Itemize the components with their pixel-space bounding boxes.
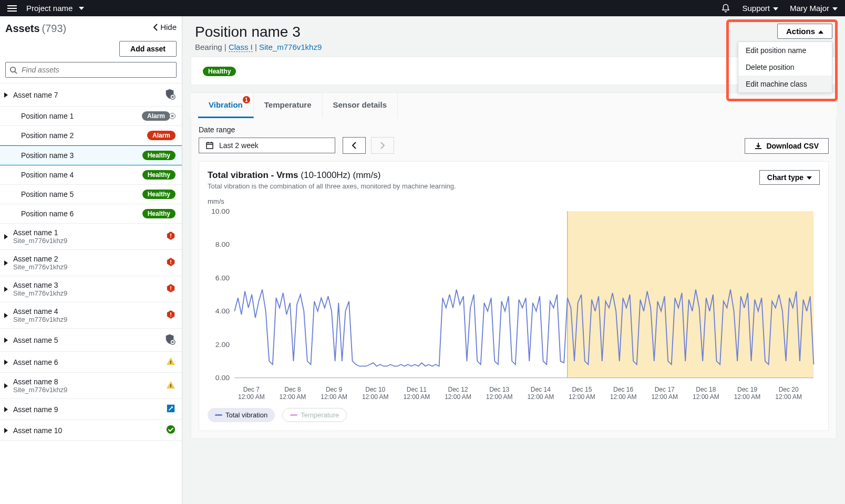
class-link[interactable]: Class I <box>229 43 253 52</box>
menu-icon[interactable] <box>7 5 17 12</box>
sidebar-asset-item[interactable]: Asset name 7 <box>0 83 182 107</box>
sidebar-position-item[interactable]: Position name 3Healthy <box>0 145 182 165</box>
svg-text:!: ! <box>170 233 172 239</box>
add-asset-button[interactable]: Add asset <box>119 41 177 57</box>
y-axis-unit: mm/s <box>208 197 820 205</box>
svg-text:6.00: 6.00 <box>215 274 230 282</box>
sidebar-asset-item[interactable]: Asset name 3Site_m776v1khz9! <box>0 276 182 302</box>
circ-green-icon <box>166 425 176 436</box>
sidebar-asset-item[interactable]: Asset name 10 <box>0 420 182 441</box>
chevron-left-icon <box>153 24 158 31</box>
expand-icon <box>4 407 8 412</box>
status-badge: Alarm <box>147 131 176 140</box>
hide-sidebar-button[interactable]: Hide <box>153 23 177 32</box>
hex-red-icon: ! <box>166 257 176 268</box>
hex-red-icon: ! <box>166 284 176 295</box>
status-badge: Healthy <box>142 151 176 160</box>
sidebar-asset-item[interactable]: Asset name 6! <box>0 352 182 373</box>
calendar-icon <box>205 141 214 150</box>
expand-icon <box>4 287 8 292</box>
sidebar-asset-item[interactable]: Asset name 4Site_m776v1khz9! <box>0 302 182 329</box>
expand-icon <box>4 338 8 343</box>
hex-red-icon: ! <box>166 231 176 242</box>
expand-icon <box>4 92 8 98</box>
status-badge: Alarm <box>142 111 170 121</box>
svg-text:!: ! <box>170 383 171 388</box>
sidebar-asset-item[interactable]: Asset name 1Site_m776v1khz9! <box>0 224 182 250</box>
svg-text:0.00: 0.00 <box>215 374 230 382</box>
sidebar-asset-item[interactable]: Asset name 2Site_m776v1khz9! <box>0 250 182 276</box>
shield-x-grey-icon <box>164 333 176 346</box>
tab-vibration[interactable]: Vibration 1 <box>198 93 254 118</box>
date-range-label: Date range <box>199 125 394 134</box>
action-delete-position[interactable]: Delete position <box>738 59 832 76</box>
sidebar-position-item[interactable]: Position name 4Healthy <box>0 165 182 185</box>
svg-point-19 <box>167 425 175 434</box>
notifications-icon[interactable] <box>721 4 730 13</box>
legend-temperature[interactable]: Temperature <box>282 408 347 422</box>
sidebar-asset-item[interactable]: Asset name 5 <box>0 329 182 352</box>
status-badge: Healthy <box>142 190 176 199</box>
expand-icon <box>4 260 8 266</box>
x-axis-labels: Dec 712:00 AMDec 812:00 AMDec 912:00 AMD… <box>208 384 820 401</box>
action-edit-machine-class[interactable]: Edit machine class <box>738 76 832 92</box>
sidebar-position-item[interactable]: Position name 2Alarm <box>0 126 182 145</box>
breadcrumb: Bearing | Class I | Site_m776v1khz9 <box>195 43 322 51</box>
svg-text:10.00: 10.00 <box>211 207 230 215</box>
vibration-chart: 0.002.004.006.008.0010.00 <box>208 205 820 384</box>
sidebar-position-item[interactable]: Position name 5Healthy <box>0 185 182 204</box>
svg-text:2.00: 2.00 <box>215 341 230 349</box>
search-input[interactable] <box>5 62 177 78</box>
expand-icon <box>4 360 8 365</box>
sidebar-position-item[interactable]: Position name 6Healthy <box>0 204 182 224</box>
dismiss-icon <box>169 113 176 119</box>
tab-temperature[interactable]: Temperature <box>254 93 323 118</box>
svg-line-1 <box>15 71 17 74</box>
svg-text:!: ! <box>170 359 171 365</box>
date-range-picker[interactable]: Last 2 week <box>199 138 335 153</box>
svg-text:!: ! <box>170 259 172 265</box>
tri-yellow-icon: ! <box>166 356 176 368</box>
support-menu[interactable]: Support <box>742 4 778 13</box>
sq-blue-icon <box>166 404 176 415</box>
chart-type-button[interactable]: Chart type <box>759 170 820 185</box>
svg-rect-20 <box>207 143 213 149</box>
download-icon <box>755 142 762 150</box>
tab-badge: 1 <box>243 96 250 103</box>
expand-icon <box>4 383 8 388</box>
date-prev-button[interactable] <box>343 137 366 154</box>
user-menu[interactable]: Mary Major <box>790 4 838 13</box>
status-badge: Healthy <box>203 67 236 76</box>
status-badge: Healthy <box>142 209 176 218</box>
legend-total-vibration[interactable]: Total vibration <box>208 408 275 422</box>
expand-icon <box>4 313 8 318</box>
site-link[interactable]: Site_m776v1khz9 <box>259 43 322 51</box>
page-title: Position name 3 <box>195 24 322 40</box>
shield-x-grey-icon <box>164 88 176 101</box>
tri-yellow-icon: ! <box>166 380 176 391</box>
project-selector[interactable]: Project name <box>26 4 84 13</box>
sidebar-position-item[interactable]: Position name 1Alarm <box>0 107 182 126</box>
chart-subtitle: Total vibration is the combination of al… <box>208 182 456 190</box>
status-badge: Healthy <box>142 170 176 180</box>
svg-text:4.00: 4.00 <box>215 307 230 315</box>
sidebar: Assets (793) Hide Add asset Asset name 7… <box>0 16 182 504</box>
chart-card: Total vibration - Vrms (10-1000Hz) (mm/s… <box>199 161 829 431</box>
main-content: Position name 3 Bearing | Class I | Site… <box>182 16 845 504</box>
download-csv-button[interactable]: Download CSV <box>745 138 829 154</box>
topbar: Project name Support Mary Major <box>0 0 845 16</box>
asset-tree: Asset name 7Position name 1AlarmPosition… <box>0 83 182 441</box>
actions-button[interactable]: Actions <box>777 24 832 39</box>
sidebar-asset-item[interactable]: Asset name 9 <box>0 399 182 420</box>
search-icon <box>9 66 17 74</box>
tab-sensor-details[interactable]: Sensor details <box>323 93 398 118</box>
svg-text:!: ! <box>170 285 172 291</box>
sidebar-asset-item[interactable]: Asset name 8Site_m776v1khz9! <box>0 373 182 399</box>
expand-icon <box>4 234 8 239</box>
svg-rect-24 <box>568 211 814 377</box>
svg-point-0 <box>11 67 15 72</box>
date-next-button <box>371 137 394 154</box>
svg-text:!: ! <box>170 311 172 318</box>
action-edit-position-name[interactable]: Edit position name <box>738 42 832 59</box>
expand-icon <box>4 428 8 433</box>
